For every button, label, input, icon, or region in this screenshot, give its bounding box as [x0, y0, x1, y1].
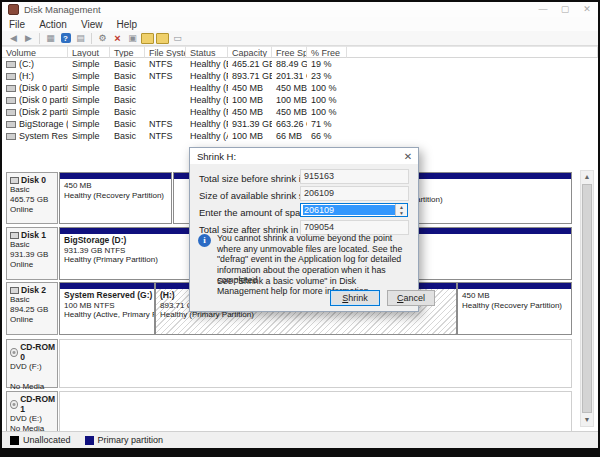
dialog-close-icon[interactable]: ✕	[398, 151, 418, 162]
toolbar-separator	[91, 33, 92, 44]
spin-down-icon[interactable]: ▼	[396, 210, 407, 216]
shrink-button[interactable]: Shrink	[330, 290, 380, 306]
volume-name: System Reserved (...	[19, 131, 68, 141]
scrollbar-thumb[interactable]	[582, 184, 592, 413]
field-value-available: 206109	[300, 186, 409, 201]
col-layout[interactable]: Layout	[68, 46, 110, 58]
col-file-system[interactable]: File System	[145, 46, 186, 58]
disk1-label[interactable]: Disk 1 Basic 931.39 GB Online	[6, 227, 58, 280]
cdrom-icon	[10, 400, 18, 409]
window-icon[interactable]: ▭	[170, 32, 185, 44]
menu-help[interactable]: Help	[109, 19, 144, 30]
col-status[interactable]: Status	[186, 46, 228, 58]
col-volume[interactable]: Volume	[2, 46, 68, 58]
volume-icon	[6, 85, 16, 92]
table-row[interactable]: (Disk 0 partition 2) Simple Basic Health…	[2, 94, 598, 106]
maximize-button[interactable]: ▢	[554, 2, 576, 17]
unallocated-swatch	[10, 436, 19, 445]
col-filler	[347, 46, 598, 58]
toolbar: ◀ ▶ ▦ ? ▤ ⚙ × ▣ ▭	[2, 31, 598, 46]
properties-icon[interactable]: ▣	[125, 32, 140, 44]
table-row[interactable]: (Disk 0 partition 1) Simple Basic Health…	[2, 82, 598, 94]
disk2-partition-recovery[interactable]: 450 MB Healthy (Recovery Partition)	[457, 282, 572, 335]
cdrom0-row: CD-ROM 0 DVD (F:) No Media	[4, 339, 576, 388]
disk2-label[interactable]: Disk 2 Basic 894.25 GB Online	[6, 282, 58, 335]
volume-name: BigStorage (D:)	[19, 119, 68, 129]
volume-icon	[6, 121, 16, 128]
col-pct-free[interactable]: % Free	[307, 46, 347, 58]
col-free-space[interactable]: Free Spa...	[272, 46, 307, 58]
cancel-button[interactable]: Cancel	[387, 290, 435, 306]
col-capacity[interactable]: Capacity	[228, 46, 272, 58]
app-icon	[8, 4, 19, 15]
volume-icon	[6, 73, 16, 80]
partition-status-fragment: artition)	[416, 195, 443, 204]
window-title: Disk Management	[24, 4, 101, 15]
table-row[interactable]: System Reserved (... Simple Basic NTFS H…	[2, 130, 598, 142]
new-volume-icon[interactable]	[141, 33, 154, 44]
disk-management-window: Disk Management — ▢ ✕ File Action View H…	[0, 0, 600, 457]
title-bar: Disk Management — ▢ ✕	[2, 2, 598, 17]
disk0-label[interactable]: Disk 0 Basic 465.75 GB Online	[6, 172, 58, 224]
table-row[interactable]: (Disk 2 partition 3) Simple Basic Health…	[2, 106, 598, 118]
volume-name: (Disk 2 partition 3)	[19, 107, 68, 117]
legend-bar: Unallocated Primary partition	[2, 431, 598, 448]
volume-name: (Disk 0 partition 2)	[19, 95, 68, 105]
table-row[interactable]: BigStorage (D:) Simple Basic NTFS Health…	[2, 118, 598, 130]
volume-list-header: Volume Layout Type File System Status Ca…	[2, 46, 598, 58]
close-button[interactable]: ✕	[576, 2, 598, 17]
disk-icon	[10, 232, 19, 239]
forward-icon[interactable]: ▶	[21, 32, 36, 44]
menu-file[interactable]: File	[2, 19, 32, 30]
cdrom1-label[interactable]: CD-ROM 1 DVD (E:) No Media	[6, 391, 58, 432]
menu-action[interactable]: Action	[32, 19, 74, 30]
quantity-stepper: ▲ ▼	[395, 204, 407, 216]
volume-name: (C:)	[19, 59, 34, 69]
col-type[interactable]: Type	[110, 46, 145, 58]
disk0-partition-recovery[interactable]: 450 MB Healthy (Recovery Partition)	[59, 172, 172, 224]
menu-view[interactable]: View	[74, 19, 110, 30]
volume-name: (H:)	[19, 71, 34, 81]
legend-primary-partition: Primary partition	[85, 435, 164, 445]
list-view-icon[interactable]: ▤	[73, 32, 88, 44]
back-icon[interactable]: ◀	[6, 32, 21, 44]
toolbar-separator	[39, 33, 40, 44]
volume-icon	[6, 97, 16, 104]
shrink-dialog: Shrink H: ✕ Total size before shrink in …	[189, 147, 419, 312]
dialog-title-bar[interactable]: Shrink H: ✕	[190, 148, 418, 164]
cdrom1-empty-area	[59, 391, 572, 432]
minimize-button[interactable]: —	[532, 2, 554, 17]
shrink-amount-input[interactable]: 206109 ▲ ▼	[300, 203, 408, 217]
bottom-border	[2, 448, 598, 455]
legend-unallocated: Unallocated	[10, 435, 71, 445]
help-icon[interactable]: ?	[61, 33, 71, 43]
volume-name: (Disk 0 partition 1)	[19, 83, 68, 93]
volume-icon	[6, 61, 16, 68]
disk-icon	[10, 287, 19, 294]
settings-icon[interactable]: ⚙	[95, 32, 110, 44]
info-icon: i	[198, 234, 211, 247]
cdrom0-label[interactable]: CD-ROM 0 DVD (F:) No Media	[6, 339, 58, 388]
volume-icon	[6, 109, 16, 116]
primary-partition-swatch	[85, 436, 94, 445]
dialog-title: Shrink H:	[197, 151, 236, 162]
vertical-scrollbar[interactable]: ▲ ▼	[580, 170, 594, 427]
disk2-partition-system-reserved[interactable]: System Reserved (G:) 100 MB NTFS Healthy…	[59, 282, 155, 335]
open-folder-icon[interactable]	[156, 33, 169, 44]
volume-icon	[6, 133, 16, 140]
selected-input-text: 206109	[303, 205, 395, 215]
scroll-up-icon[interactable]: ▲	[581, 171, 593, 183]
scroll-down-icon[interactable]: ▼	[581, 414, 593, 426]
menu-bar: File Action View Help	[2, 17, 598, 31]
delete-volume-icon[interactable]: ×	[110, 32, 125, 44]
dialog-help-text: See "Shrink a basic volume" in Disk Mana…	[217, 276, 409, 296]
cdrom-icon	[10, 348, 18, 357]
table-row[interactable]: (H:) Simple Basic NTFS Healthy (P... 893…	[2, 70, 598, 82]
details-view-icon[interactable]: ▦	[43, 32, 58, 44]
cdrom1-row: CD-ROM 1 DVD (E:) No Media	[4, 391, 576, 432]
field-value-total-before: 915163	[300, 169, 409, 184]
table-row[interactable]: (C:) Simple Basic NTFS Healthy (B... 465…	[2, 58, 598, 70]
cdrom0-empty-area	[59, 339, 572, 388]
disk-icon	[10, 177, 19, 184]
